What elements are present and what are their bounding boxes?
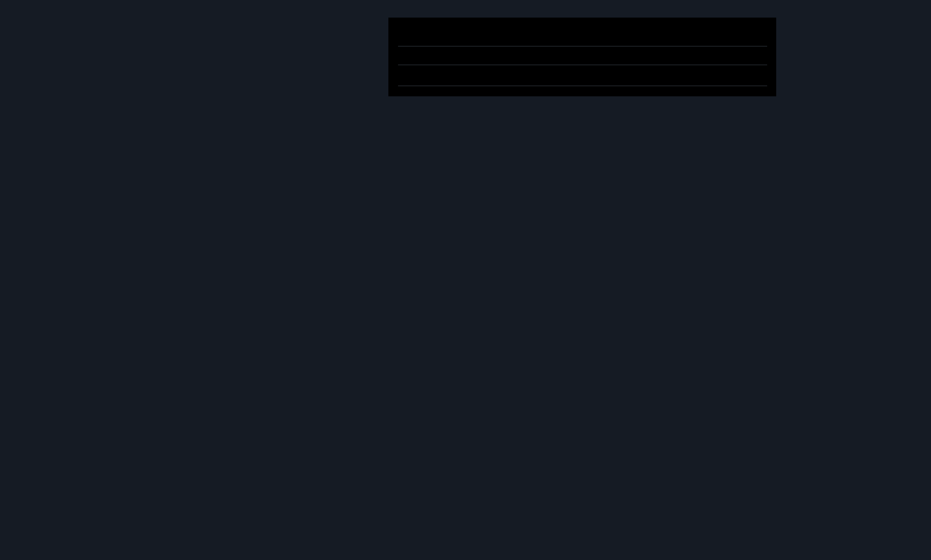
tooltip-divider <box>398 86 767 86</box>
dividend-history-forecast-chart <box>0 0 931 560</box>
hover-tooltip <box>388 18 776 96</box>
x-axis-labels <box>0 470 931 485</box>
tooltip-row-annual-amount <box>398 46 767 65</box>
tooltip-row-dividend-yield <box>398 65 767 86</box>
